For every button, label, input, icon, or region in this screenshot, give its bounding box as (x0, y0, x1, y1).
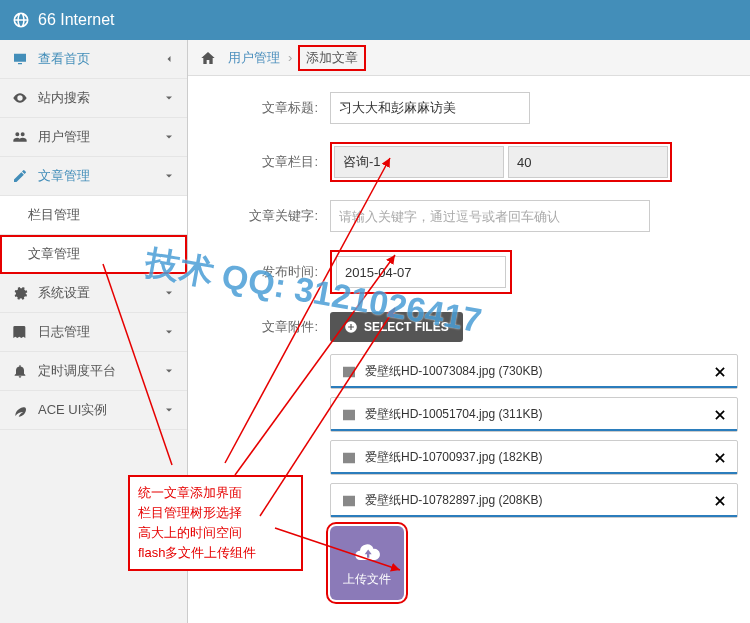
sidebar-label: 站内搜索 (38, 89, 90, 107)
upload-text: 上传文件 (343, 571, 391, 588)
attach-label: 文章附件: (200, 318, 330, 336)
book-icon (12, 324, 28, 340)
sidebar-label: 定时调度平台 (38, 362, 116, 380)
annotation-note: 统一文章添加界面 栏目管理树形选择 高大上的时间空间 flash多文件上传组件 (128, 475, 303, 571)
sub-item-article[interactable]: 文章管理 (0, 235, 187, 274)
monitor-icon (12, 51, 28, 67)
breadcrumb-item[interactable]: 用户管理 (228, 49, 280, 67)
sub-item-category[interactable]: 栏目管理 (0, 196, 187, 235)
edit-icon (12, 168, 28, 184)
close-icon[interactable] (713, 451, 727, 465)
sidebar-label: 用户管理 (38, 128, 90, 146)
plus-circle-icon (344, 320, 358, 334)
image-icon (341, 450, 357, 466)
title-label: 文章标题: (200, 99, 330, 117)
sidebar-label: ACE UI实例 (38, 401, 107, 419)
sidebar-item-articles[interactable]: 文章管理 (0, 157, 187, 196)
chevron-down-icon (163, 326, 175, 338)
globe-icon (12, 11, 30, 29)
sidebar-item-aceui[interactable]: ACE UI实例 (0, 391, 187, 430)
breadcrumb: 用户管理 › 添加文章 (188, 40, 750, 76)
image-icon (341, 493, 357, 509)
image-icon (341, 407, 357, 423)
date-label: 发布时间: (200, 263, 330, 281)
select-files-button[interactable]: SELECT FILES (330, 312, 463, 342)
file-item: 爱壁纸HD-10051704.jpg (311KB) (330, 397, 738, 432)
date-input[interactable] (336, 256, 506, 288)
file-name: 爱壁纸HD-10782897.jpg (208KB) (365, 492, 713, 509)
cloud-upload-icon (353, 539, 381, 567)
keyword-input[interactable] (330, 200, 650, 232)
file-name: 爱壁纸HD-10700937.jpg (182KB) (365, 449, 713, 466)
file-list: 爱壁纸HD-10073084.jpg (730KB) 爱壁纸HD-1005170… (330, 354, 738, 518)
file-item: 爱壁纸HD-10073084.jpg (730KB) (330, 354, 738, 389)
keyword-label: 文章关键字: (200, 207, 330, 225)
sidebar-subnav: 栏目管理 文章管理 (0, 196, 187, 274)
breadcrumb-sep: › (288, 50, 292, 65)
sidebar-item-settings[interactable]: 系统设置 (0, 274, 187, 313)
sidebar-label: 查看首页 (38, 50, 90, 68)
sidebar-item-home[interactable]: 查看首页 (0, 40, 187, 79)
gears-icon (12, 285, 28, 301)
chevron-down-icon (163, 131, 175, 143)
chevron-down-icon (163, 92, 175, 104)
progress-bar (331, 515, 737, 517)
note-line: 统一文章添加界面 (138, 483, 293, 503)
chevron-down-icon (163, 365, 175, 377)
progress-bar (331, 429, 737, 431)
progress-bar (331, 472, 737, 474)
note-line: 栏目管理树形选择 (138, 503, 293, 523)
sidebar-label: 日志管理 (38, 323, 90, 341)
sidebar-label: 系统设置 (38, 284, 90, 302)
breadcrumb-current: 添加文章 (300, 47, 364, 69)
column-inputs (330, 142, 672, 182)
chevron-down-icon (163, 287, 175, 299)
users-icon (12, 129, 28, 145)
topbar: 66 Internet (0, 0, 750, 40)
main: 用户管理 › 添加文章 文章标题: 文章栏目: 文章关键字: 发布时间: (188, 40, 750, 623)
title-input[interactable] (330, 92, 530, 124)
close-icon[interactable] (713, 494, 727, 508)
sidebar-label: 文章管理 (38, 167, 90, 185)
upload-button[interactable]: 上传文件 (330, 526, 404, 600)
close-icon[interactable] (713, 408, 727, 422)
brand-title: 66 Internet (38, 11, 115, 29)
bell-icon (12, 363, 28, 379)
select-files-text: SELECT FILES (364, 320, 449, 334)
eye-icon (12, 90, 28, 106)
leaf-icon (12, 402, 28, 418)
sidebar-item-logs[interactable]: 日志管理 (0, 313, 187, 352)
note-line: flash多文件上传组件 (138, 543, 293, 563)
column-name-input[interactable] (334, 146, 504, 178)
file-item: 爱壁纸HD-10700937.jpg (182KB) (330, 440, 738, 475)
column-id-input[interactable] (508, 146, 668, 178)
home-icon[interactable] (200, 50, 216, 66)
progress-bar (331, 386, 737, 388)
note-line: 高大上的时间空间 (138, 523, 293, 543)
sidebar-item-search[interactable]: 站内搜索 (0, 79, 187, 118)
date-wrap (330, 250, 512, 294)
column-label: 文章栏目: (200, 153, 330, 171)
sidebar-item-scheduler[interactable]: 定时调度平台 (0, 352, 187, 391)
chevron-down-icon (163, 404, 175, 416)
file-name: 爱壁纸HD-10073084.jpg (730KB) (365, 363, 713, 380)
chevron-left-icon (163, 53, 175, 65)
file-item: 爱壁纸HD-10782897.jpg (208KB) (330, 483, 738, 518)
image-icon (341, 364, 357, 380)
file-name: 爱壁纸HD-10051704.jpg (311KB) (365, 406, 713, 423)
sidebar-item-users[interactable]: 用户管理 (0, 118, 187, 157)
chevron-down-icon (163, 170, 175, 182)
close-icon[interactable] (713, 365, 727, 379)
